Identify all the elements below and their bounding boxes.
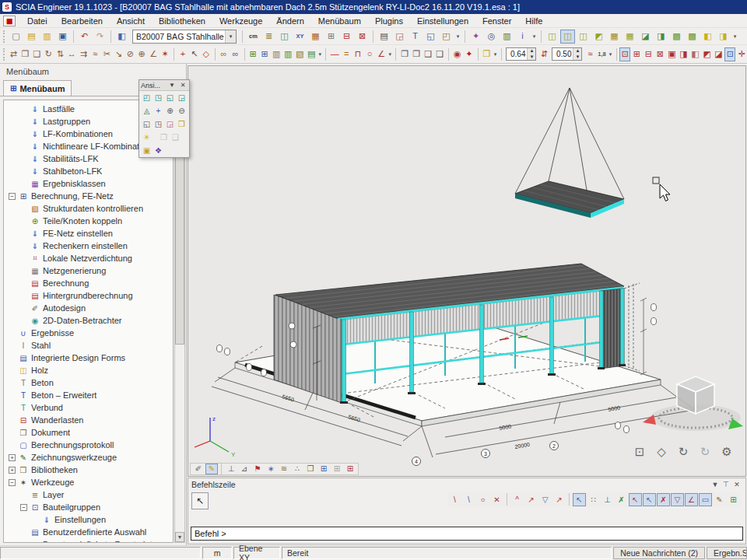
member-view-icon-1[interactable]: ⊡	[619, 47, 630, 61]
picture-icon[interactable]: ◰	[439, 30, 454, 44]
tree-item-ergebnisse[interactable]: ∪Ergebnisse	[4, 327, 173, 339]
dropdown-arrow-icon[interactable]: ▾	[531, 30, 538, 44]
draw-line-icon[interactable]: —	[329, 47, 340, 61]
open-project-icon[interactable]: ▤	[24, 30, 39, 44]
scale-bar-icon[interactable]: ⊿	[238, 464, 251, 474]
tree-item-2d-daten-betrachter[interactable]: ◉2D-Daten-Betrachter	[4, 314, 173, 327]
tree-item-rechenkern-einstellen[interactable]: ⇓Rechenkern einstellen	[4, 240, 173, 252]
member-view-icon-4[interactable]: ⊠	[654, 47, 665, 61]
search-document-icon[interactable]: ◎	[484, 30, 499, 44]
view-window-icon-8[interactable]: ◨	[654, 30, 668, 44]
snap-midpoint-icon[interactable]: ▽	[538, 493, 552, 506]
snap-segment-icon[interactable]: \	[462, 493, 475, 506]
view-coordinate-icon[interactable]: +	[153, 105, 164, 117]
snap-circle-icon[interactable]: ○	[476, 493, 489, 506]
print-preview-icon[interactable]: ◲	[392, 30, 407, 44]
member-view-icon-5[interactable]: ▣	[666, 47, 677, 61]
break-icon[interactable]: ⊘	[124, 47, 135, 61]
tree-item-holz[interactable]: ◫Holz	[4, 364, 173, 376]
tree-item-lokale-netzverdichtung[interactable]: ⌗Lokale Netzverdichtung	[4, 252, 173, 264]
floating-close-icon[interactable]: ✕	[178, 82, 188, 89]
tree-collapse-icon[interactable]: −	[9, 479, 16, 486]
spin-down-icon[interactable]: ▼	[573, 54, 581, 61]
stamp-icon[interactable]: ⊥	[225, 464, 237, 474]
view-window-icon-1[interactable]: ◫	[545, 30, 559, 44]
view-window-icon-6[interactable]: ▦	[622, 30, 637, 44]
viewport-3d-scene[interactable]: 5650 5650 5000 5000 20000 4 3 2	[188, 66, 745, 476]
text-document-icon[interactable]: T	[408, 30, 423, 44]
unlink-members-icon[interactable]: ∞	[230, 47, 241, 61]
scale-spinner-1[interactable]: 0.64▲▼	[506, 47, 536, 61]
tree-item-beton[interactable]: TBeton	[4, 376, 173, 389]
tree-expand-icon[interactable]: +	[9, 454, 16, 461]
table-edit-icon[interactable]: ▥	[271, 47, 282, 61]
menu-einstellungen[interactable]: Einstellungen	[410, 15, 475, 27]
snap-edge-icon[interactable]: ↖	[629, 493, 642, 506]
save-icon[interactable]: ▣	[55, 30, 70, 44]
coordinates-icon[interactable]: XY	[293, 30, 307, 44]
command-input[interactable]	[191, 529, 742, 538]
tree-item-einstellungen[interactable]: ⇓Einstellungen	[4, 513, 173, 526]
member-view-icon-6[interactable]: ◨	[678, 47, 689, 61]
status-plane-field[interactable]: Ebene XY	[233, 547, 280, 559]
zoom-in-icon[interactable]: ⊕	[164, 105, 176, 117]
deform-scale-icon[interactable]: ≈	[584, 47, 595, 61]
hanging-roof-panel[interactable]	[515, 88, 624, 218]
copy-icon[interactable]: ❐	[19, 47, 30, 61]
tree-item-autodesign[interactable]: ✐Autodesign	[4, 302, 173, 314]
flag-icon[interactable]: ⚑	[251, 464, 264, 474]
floating-view-toolbar[interactable]: Ansi... ▼ ✕ ◰◳◱◲◬+⊕⊖◱◳◲❒☀❐❑▣❖	[139, 79, 190, 158]
menu-menübaum[interactable]: Menübaum	[311, 15, 368, 27]
snap-node-icon[interactable]: ^	[510, 493, 524, 506]
light-icon[interactable]: ☀	[141, 131, 153, 143]
toolbar-grip[interactable]	[3, 48, 5, 61]
copy-page-icon-2[interactable]: ❐	[411, 47, 422, 61]
tree-item-beton-erweitert[interactable]: TBeton – Erweitert	[4, 389, 173, 401]
clip-box-icon[interactable]: ▣	[141, 145, 153, 156]
scroll-down-icon[interactable]: ▼	[175, 532, 184, 542]
polyline-icon[interactable]: ∠	[148, 47, 159, 61]
tree-item-teile-knoten-koppeln[interactable]: ⊕Teile/Knoten koppeln	[4, 215, 173, 227]
view-cube-icon[interactable]: ◇	[654, 443, 669, 459]
visibility-icon[interactable]: ◉	[452, 47, 463, 61]
tree-item-integrierte-design-forms[interactable]: ▤Integrierte Design Forms	[4, 352, 173, 364]
rotate-view-icon[interactable]: ↻	[675, 443, 691, 459]
view-window-icon-10[interactable]: ▩	[685, 30, 700, 44]
render-wire-icon[interactable]: ✐	[192, 464, 205, 474]
member-view-icon-3[interactable]: ⊟	[643, 47, 654, 61]
tree-item-benutzerdefinierte-auswahl[interactable]: ▤Benutzerdefinierte Auswahl	[4, 526, 173, 538]
member-view-icon-9[interactable]: ◪	[713, 47, 724, 61]
menu-plugins[interactable]: Plugins	[368, 15, 410, 27]
bend-icon[interactable]: ≈	[89, 47, 100, 61]
tree-item-netzgenerierung[interactable]: ▦Netzgenerierung	[4, 264, 173, 277]
link-members-icon[interactable]: ∞	[219, 47, 230, 61]
project-combo[interactable]: B20007 BAG STahlhalle m▾	[132, 30, 237, 44]
rotate-icon[interactable]: ↻	[43, 47, 54, 61]
scia-menu-logo-icon[interactable]: ▦	[3, 16, 16, 26]
tree-scrollbar[interactable]: ▲ ▼	[174, 100, 185, 543]
member-view-icon-8[interactable]: ◩	[701, 47, 712, 61]
rotate-view2-icon[interactable]: ↻	[697, 443, 713, 459]
zoom-window-icon[interactable]: ◱	[141, 118, 153, 130]
tree-item-werkzeuge[interactable]: −✶Werkzeuge	[4, 476, 173, 488]
property-table-icon[interactable]: ▧	[294, 47, 305, 61]
render-image-icon[interactable]: ❐	[158, 131, 170, 143]
view-settings-gear-icon[interactable]: ⚙	[719, 443, 735, 459]
trim-icon[interactable]: ✂	[101, 47, 112, 61]
clipboard-icon[interactable]: ▦	[308, 30, 323, 44]
menu-datei[interactable]: Datei	[20, 15, 54, 27]
mesh-icon[interactable]: ⊞	[324, 30, 338, 44]
toolbar-grip[interactable]	[3, 30, 6, 43]
link-icon[interactable]: ✦	[468, 30, 483, 44]
draw-arc-icon[interactable]: ∠	[376, 47, 387, 61]
snap-off-icon[interactable]: ✕	[490, 493, 503, 506]
zoom-border-icon[interactable]: ⊡	[632, 443, 647, 459]
snap-point-icon[interactable]: ↗	[552, 493, 566, 506]
draw-beam-icon[interactable]: =	[341, 47, 352, 61]
tree-item-strukturdaten-kontrollieren[interactable]: ▧Strukturdaten kontrollieren	[4, 202, 173, 215]
menu-bibliotheken[interactable]: Bibliotheken	[152, 15, 212, 27]
view-window-icon-3[interactable]: ◫	[576, 30, 591, 44]
view-side-icon[interactable]: ◱	[164, 92, 176, 103]
menu-ansicht[interactable]: Ansicht	[110, 15, 152, 27]
tree-item-benutzerdefinierte-zusatzdaten[interactable]: ▨Benutzerdefinierte Zusatzdaten	[4, 538, 173, 543]
